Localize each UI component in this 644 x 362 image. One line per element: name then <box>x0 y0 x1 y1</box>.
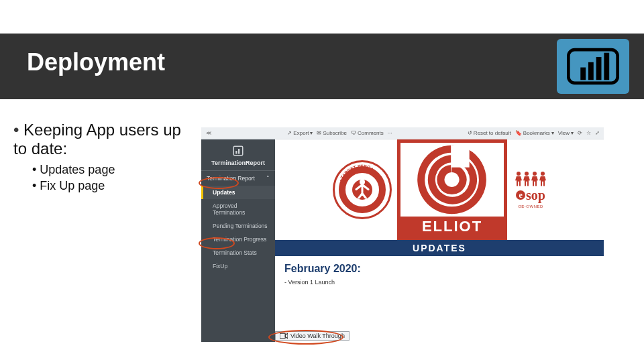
svg-rect-2 <box>596 57 602 80</box>
app-toolbar: ≪ ↗ Export ▾ ✉ Subscribe 🗨 Comments ··· … <box>201 127 604 139</box>
nav-item-pending[interactable]: Pending Terminations <box>201 219 275 233</box>
report-icon <box>201 139 275 160</box>
target-zero-badge: • TARGET ZERO • SERVANT LEADERSHIP • HUM… <box>333 160 392 219</box>
comments-button[interactable]: 🗨 Comments <box>351 130 384 136</box>
sub-bullet: Fix Up page <box>32 178 195 194</box>
side-navigation: TerminationReport Termination Report˄ Up… <box>201 139 275 342</box>
video-icon <box>280 333 288 339</box>
fullscreen-icon[interactable]: ⤢ <box>595 130 600 136</box>
nav-group-header[interactable]: Termination Report˄ <box>201 171 275 186</box>
favorite-icon[interactable]: ☆ <box>586 130 591 136</box>
month-heading: February 2020: <box>284 263 594 275</box>
svg-rect-1 <box>588 62 594 80</box>
bookmarks-button[interactable]: 🔖 Bookmarks ▾ <box>515 130 554 136</box>
updates-heading-bar: UPDATES <box>275 240 604 256</box>
refresh-icon[interactable]: ⟳ <box>578 130 582 136</box>
nav-item-updates[interactable]: Updates <box>201 186 275 199</box>
svg-rect-6 <box>238 149 239 154</box>
export-button[interactable]: ↗ Export ▾ <box>287 130 313 136</box>
collapse-nav-icon[interactable]: ≪ <box>205 130 212 136</box>
more-button[interactable]: ··· <box>388 130 392 136</box>
esop-logo: esop GE-OWNED <box>515 172 546 208</box>
spiral-e-icon <box>415 143 489 217</box>
person-icon <box>354 179 371 199</box>
updates-body: February 2020: - Version 1 Launch <box>275 256 604 292</box>
people-icon <box>515 172 546 186</box>
report-canvas: • TARGET ZERO • SERVANT LEADERSHIP • HUM… <box>275 139 604 342</box>
nav-item-stats[interactable]: Termination Stats <box>201 246 275 259</box>
bar-chart-icon <box>567 45 619 88</box>
elliot-label: ELLIOT <box>400 217 504 237</box>
nav-item-fixup[interactable]: FixUp <box>201 259 275 273</box>
chevron-up-icon: ˄ <box>266 175 270 182</box>
nav-item-approved[interactable]: Approved Terminations <box>201 199 275 219</box>
svg-rect-3 <box>604 53 609 80</box>
svg-rect-0 <box>580 68 586 80</box>
svg-rect-5 <box>235 151 237 154</box>
subscribe-button[interactable]: ✉ Subscribe <box>317 130 347 136</box>
nav-item-progress[interactable]: Termination Progress <box>201 233 275 246</box>
elliot-logo: ELLIOT <box>397 139 507 240</box>
bullet-main: Keeping App users up to date: <box>13 121 195 158</box>
report-title: TerminationReport <box>201 160 275 171</box>
embedded-powerbi-app: ≪ ↗ Export ▾ ✉ Subscribe 🗨 Comments ··· … <box>201 127 604 342</box>
slide-title: Deployment <box>27 48 165 76</box>
reset-button[interactable]: ↺ Reset to default <box>468 130 511 136</box>
svg-rect-10 <box>451 145 470 168</box>
power-bi-logo <box>557 39 629 94</box>
sub-bullet: Updates page <box>32 162 195 178</box>
logos-banner: • TARGET ZERO • SERVANT LEADERSHIP • HUM… <box>275 139 604 240</box>
svg-rect-11 <box>280 333 285 339</box>
bullet-list: Keeping App users up to date: Updates pa… <box>13 121 195 194</box>
view-button[interactable]: View ▾ <box>558 130 574 136</box>
video-walkthrough-tab[interactable]: Video Walk Through <box>275 331 350 341</box>
update-line: - Version 1 Launch <box>284 279 594 286</box>
